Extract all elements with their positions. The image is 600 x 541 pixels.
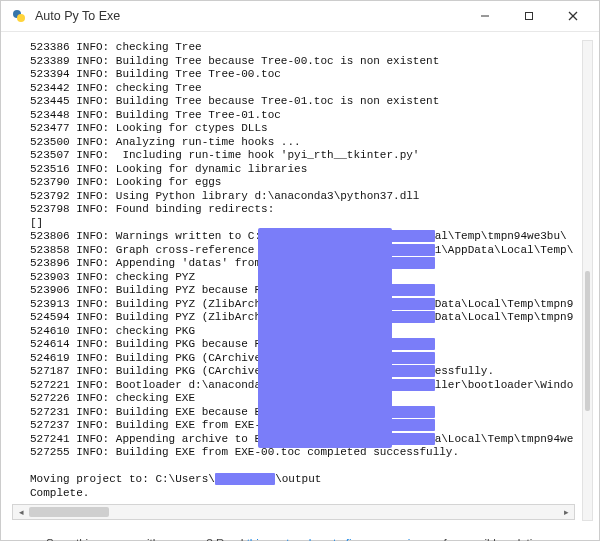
minimize-button[interactable] — [463, 1, 507, 31]
svg-point-1 — [17, 14, 25, 22]
svg-rect-3 — [526, 13, 533, 20]
help-suffix: for possible solutions. — [440, 537, 554, 541]
scroll-right-icon[interactable]: ▸ — [558, 507, 574, 517]
scroll-left-icon[interactable]: ◂ — [13, 507, 29, 517]
horizontal-scrollbar[interactable]: ◂ ▸ — [12, 504, 575, 520]
content-area: 523386 INFO: checking Tree 523389 INFO: … — [1, 32, 599, 531]
vertical-scrollbar[interactable] — [582, 40, 593, 521]
app-window: Auto Py To Exe 523386 INFO: checking Tre… — [0, 0, 600, 541]
log-output[interactable]: 523386 INFO: checking Tree 523389 INFO: … — [10, 41, 577, 500]
maximize-button[interactable] — [507, 1, 551, 31]
vscroll-thumb[interactable] — [585, 271, 590, 411]
output-panel: 523386 INFO: checking Tree 523389 INFO: … — [9, 40, 578, 521]
footer: Something wrong with your exe? Read this… — [1, 531, 599, 541]
redaction-block — [258, 228, 392, 448]
help-link[interactable]: this post on how to fix common issues — [247, 537, 441, 541]
scroll-thumb[interactable] — [29, 507, 109, 517]
help-text: Something wrong with your exe? Read this… — [13, 537, 587, 541]
help-prefix: Something wrong with your exe? Read — [46, 537, 247, 541]
window-title: Auto Py To Exe — [35, 9, 463, 23]
window-controls — [463, 1, 595, 31]
close-button[interactable] — [551, 1, 595, 31]
scroll-track[interactable] — [29, 505, 558, 519]
titlebar: Auto Py To Exe — [1, 1, 599, 32]
python-icon — [11, 8, 27, 24]
